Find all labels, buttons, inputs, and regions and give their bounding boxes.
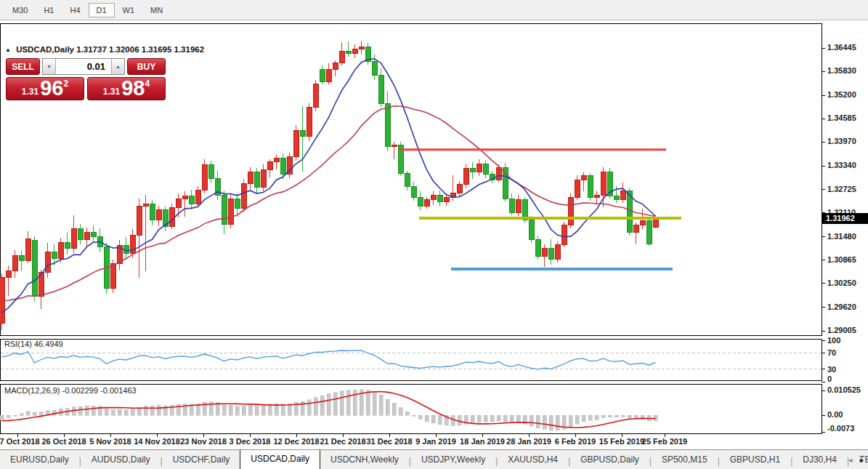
sell-price-big-digits: 96 xyxy=(40,78,63,99)
macd-tick-label: 0.00 xyxy=(827,410,843,419)
symbol-tab-xauusd[interactable]: XAUUSD,H4 xyxy=(498,451,568,469)
macd-histogram xyxy=(0,390,657,430)
macd-tick-label: 0.010525 xyxy=(827,385,861,394)
buy-price-display[interactable]: 1.31 98 4 xyxy=(87,77,166,100)
sell-price-pipette: 2 xyxy=(63,79,68,89)
triangle-down-icon: ▼ xyxy=(46,64,52,69)
symbol-tab-dj30[interactable]: DJ30,H4 xyxy=(792,451,847,469)
sell-button[interactable]: SELL xyxy=(6,58,40,75)
collapse-marker-icon: ▲ xyxy=(5,47,11,53)
rsi-tick-label: 70 xyxy=(827,348,836,357)
symbol-tab-usdjpy[interactable]: USDJPY,Weekly xyxy=(411,451,495,469)
price-tick-label: 1.29005 xyxy=(827,326,856,334)
buy-price-prefix: 1.31 xyxy=(103,87,120,97)
price-tick-label: 1.33970 xyxy=(827,137,856,145)
volume-increase-button[interactable]: ▲ xyxy=(111,59,124,74)
rsi-tick-label: 100 xyxy=(827,336,840,345)
price-tick-label: 1.31480 xyxy=(827,232,856,241)
tabs-scroll-left-icon[interactable]: ◄ xyxy=(847,457,853,464)
symbol-period-label: USDCAD,Daily xyxy=(16,45,74,54)
price-tick-label: 1.34585 xyxy=(827,113,856,122)
symbol-tab-audusd[interactable]: AUDUSD,Daily xyxy=(81,451,161,469)
symbol-tab-gbpusd[interactable]: GBPUSD,Daily xyxy=(570,451,649,469)
symbol-tab-bar[interactable]: EURUSD,Daily|AUDUSD,Daily|USDCHF,DailyUS… xyxy=(0,449,868,469)
symbol-tab-usdcnh[interactable]: USDCNH,Weekly xyxy=(320,451,409,469)
symbol-tab-sp500[interactable]: SP500,M15 xyxy=(652,451,718,469)
price-tick-label: 1.35200 xyxy=(827,90,856,99)
macd-indicator-label: MACD(12,26,9) -0.002299 -0.001463 xyxy=(4,386,137,395)
sell-price-display[interactable]: 1.31 96 2 xyxy=(6,77,84,100)
volume-stepper[interactable]: ▼ ▲ xyxy=(42,58,125,75)
price-tick-label: 1.30865 xyxy=(827,255,856,264)
macd-tick-label: -0.0073 xyxy=(827,424,854,433)
ohlc-readout: 1.31737 1.32006 1.31695 1.31962 xyxy=(76,45,204,54)
symbol-tab-usdchf[interactable]: USDCHF,Daily xyxy=(163,451,240,469)
rsi-tick-label: 0 xyxy=(827,374,832,383)
price-tick-label: 1.32725 xyxy=(827,185,856,193)
volume-decrease-button[interactable]: ▼ xyxy=(43,59,56,74)
price-tick-label: 1.35830 xyxy=(827,66,856,75)
symbol-tab-eurusd[interactable]: EURUSD,Daily xyxy=(0,451,79,469)
price-tick-label: 1.29620 xyxy=(827,302,856,311)
volume-input[interactable] xyxy=(56,59,111,74)
current-price-tag: 1.31962 xyxy=(822,213,868,224)
date-axis-label: 25 Feb 2019 xyxy=(632,437,697,446)
buy-price-big-digits: 98 xyxy=(121,78,145,99)
rsi-indicator-label: RSI(14) 46.4949 xyxy=(4,340,63,348)
tabs-scroll-right-icon[interactable]: ► xyxy=(859,457,865,464)
ma-slow-line xyxy=(2,106,656,301)
price-tick-label: 1.36445 xyxy=(827,43,856,52)
rsi-line xyxy=(2,350,656,369)
price-tick-label: 1.33340 xyxy=(827,161,856,169)
symbol-tab-usdcad[interactable]: USDCAD,Daily xyxy=(240,449,320,469)
buy-button[interactable]: BUY xyxy=(127,58,166,75)
chart-title: ▲ USDCAD,Daily 1.31737 1.32006 1.31695 1… xyxy=(5,45,204,54)
triangle-up-icon: ▲ xyxy=(115,64,121,69)
one-click-trading-panel[interactable]: SELL ▼ ▲ BUY 1.31 96 2 1.31 98 4 xyxy=(6,58,166,100)
rsi-tick-label: 30 xyxy=(827,365,836,374)
buy-price-pipette: 4 xyxy=(145,79,150,89)
symbol-tab-gbpusd[interactable]: GBPUSD,H1 xyxy=(720,451,790,469)
tab-scroll-arrows[interactable]: ◄► xyxy=(847,457,865,464)
sell-price-prefix: 1.31 xyxy=(22,87,38,97)
price-tick-label: 1.30250 xyxy=(827,278,856,287)
